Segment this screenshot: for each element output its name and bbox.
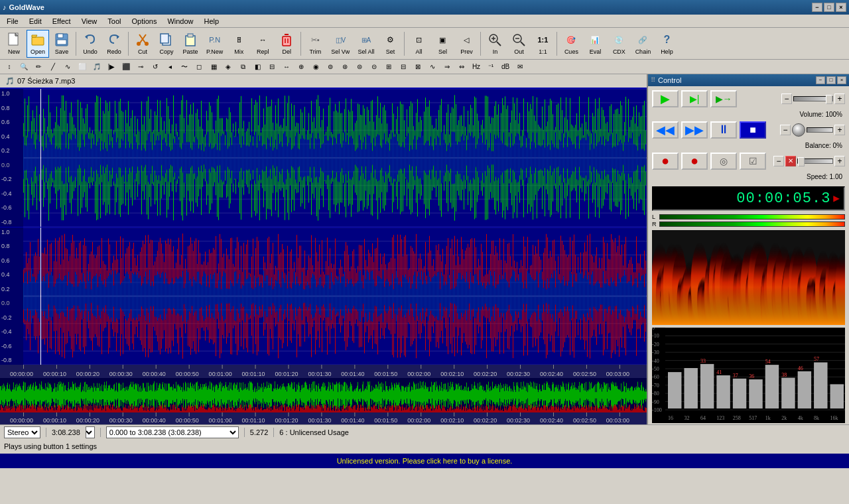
tool-h4[interactable]: ⧉ xyxy=(236,61,249,73)
menu-view[interactable]: View xyxy=(76,16,103,27)
redo-button[interactable]: Redo xyxy=(103,30,125,58)
tool-wave[interactable]: 〜 xyxy=(178,61,191,73)
volume-track[interactable] xyxy=(793,96,833,101)
control-title-buttons[interactable]: − □ × xyxy=(816,76,846,84)
file-tab[interactable]: 🎵 07 Ścieżka 7.mp3 xyxy=(0,74,647,89)
tool-loop[interactable]: ↺ xyxy=(149,61,162,73)
loop-button[interactable]: ◎ xyxy=(710,153,737,170)
tool-h7[interactable]: ↔ xyxy=(280,61,293,73)
pnew-button[interactable]: P.N P.New xyxy=(203,30,226,58)
tool-h8[interactable]: ⊕ xyxy=(294,61,308,73)
title-bar-controls[interactable]: − □ × xyxy=(812,3,846,12)
tool-h13[interactable]: ⊝ xyxy=(367,61,381,73)
set-button[interactable]: ⚙ Set xyxy=(379,30,401,58)
all-button[interactable]: ⊡ All xyxy=(407,30,430,58)
record2-button[interactable]: ● xyxy=(681,153,708,170)
tool-h23[interactable]: ✉ xyxy=(513,61,527,73)
stop-button[interactable]: ■ xyxy=(740,121,766,139)
copy-button[interactable]: Copy xyxy=(155,30,178,58)
play-to-end-button[interactable]: ▶| xyxy=(681,90,708,107)
tool-h17[interactable]: ∿ xyxy=(426,61,439,73)
tool-h15[interactable]: ⊟ xyxy=(397,61,410,73)
new-button[interactable]: New xyxy=(3,30,25,58)
selection-select[interactable]: 0.000 to 3:08.238 (3:08.238) xyxy=(106,426,239,438)
speed-minus[interactable]: − xyxy=(773,156,784,166)
tool-h18[interactable]: ⇒ xyxy=(440,61,454,73)
rewind-button[interactable]: ◀◀ xyxy=(652,121,679,139)
cut-button[interactable]: Cut xyxy=(131,30,154,58)
tool-h20[interactable]: Hz xyxy=(470,61,483,73)
tool-snap[interactable]: ⊸ xyxy=(134,61,147,73)
tool-curve[interactable]: ∿ xyxy=(61,61,74,73)
trim-button[interactable]: ✂▪ Trim xyxy=(304,30,326,58)
menu-help[interactable]: Help xyxy=(199,16,225,27)
sel-button[interactable]: ▣ Sel xyxy=(431,30,454,58)
cues-button[interactable]: 🎯 Cues xyxy=(560,30,582,58)
control-close[interactable]: × xyxy=(837,76,846,84)
paste-button[interactable]: Paste xyxy=(179,30,202,58)
balance-plus[interactable]: + xyxy=(834,125,845,135)
tool-h22[interactable]: dB xyxy=(499,61,512,73)
volume-plus[interactable]: + xyxy=(834,94,845,104)
control-maximize[interactable]: □ xyxy=(826,76,836,84)
channel-green[interactable]: 1.0 0.8 0.6 0.4 0.2 0.0 -0.2 -0.4 -0.6 -… xyxy=(0,89,647,227)
zoom-in-button[interactable]: In xyxy=(484,30,506,58)
play-selection-button[interactable]: ▶→ xyxy=(710,90,737,107)
open-button[interactable]: Open xyxy=(27,30,49,58)
menu-options[interactable]: Options xyxy=(126,16,162,27)
menu-window[interactable]: Window xyxy=(162,16,198,27)
prev-button[interactable]: ◁ Prev xyxy=(455,30,478,58)
chain-button[interactable]: 🔗 Chain xyxy=(631,30,654,58)
tool-h2[interactable]: ▦ xyxy=(207,61,220,73)
save-button[interactable]: Save xyxy=(50,30,73,58)
tool-h5[interactable]: ◧ xyxy=(251,61,264,73)
channel-select[interactable]: Stereo xyxy=(4,426,40,438)
tool-h11[interactable]: ⊛ xyxy=(338,61,352,73)
close-button[interactable]: × xyxy=(836,3,846,12)
menu-file[interactable]: File xyxy=(1,16,24,27)
menu-effect[interactable]: Effect xyxy=(47,16,76,27)
undo-button[interactable]: Undo xyxy=(79,30,101,58)
zoom-out-button[interactable]: Out xyxy=(507,30,530,58)
tool-line[interactable]: ╱ xyxy=(46,61,60,73)
volume-minus[interactable]: − xyxy=(781,94,792,104)
selvw-button[interactable]: ◫V Sel Vw xyxy=(328,30,353,58)
channel-red[interactable]: 1.0 0.8 0.6 0.4 0.2 0.0 -0.2 -0.4 -0.6 -… xyxy=(0,227,647,365)
play-button[interactable]: ▶ xyxy=(652,90,679,107)
tool-erase[interactable]: ⬜ xyxy=(76,61,89,73)
menu-tool[interactable]: Tool xyxy=(102,16,126,27)
balance-track[interactable] xyxy=(807,127,833,133)
tool-note[interactable]: 🎵 xyxy=(90,61,103,73)
tool-h9[interactable]: ◉ xyxy=(309,61,322,73)
duration-select[interactable] xyxy=(86,426,95,438)
overview[interactable] xyxy=(0,378,647,412)
menu-edit[interactable]: Edit xyxy=(24,16,47,27)
tool-h3[interactable]: ◈ xyxy=(222,61,235,73)
maximize-button[interactable]: □ xyxy=(824,3,834,12)
license-message[interactable]: Unlicensed version. Please click here to… xyxy=(337,457,513,465)
del-button[interactable]: Del xyxy=(275,30,298,58)
tool-h21[interactable]: ⁻¹ xyxy=(484,61,497,73)
repl-button[interactable]: ↔ Repl xyxy=(251,30,274,58)
balance-minus[interactable]: − xyxy=(780,125,791,135)
tool-mark[interactable]: ◂ xyxy=(163,61,176,73)
bottom-bar[interactable]: Unlicensed version. Please click here to… xyxy=(0,454,849,468)
tool-h10[interactable]: ⊚ xyxy=(324,61,337,73)
tool-cue[interactable]: |▶ xyxy=(105,61,118,73)
pause-button[interactable]: ⏸ xyxy=(710,121,737,139)
record-button[interactable]: ● xyxy=(652,153,679,170)
control-minimize[interactable]: − xyxy=(816,76,825,84)
balance-knob[interactable] xyxy=(792,123,805,137)
red-waveform[interactable] xyxy=(23,227,647,365)
help-button[interactable]: ? Help xyxy=(655,30,678,58)
tool-pencil[interactable]: ✏ xyxy=(32,61,45,73)
tool-h14[interactable]: ⊞ xyxy=(382,61,395,73)
tool-h12[interactable]: ⊜ xyxy=(353,61,366,73)
tool-select[interactable]: ↕ xyxy=(3,61,16,73)
green-waveform[interactable] xyxy=(23,89,647,227)
minimize-button[interactable]: − xyxy=(812,3,822,12)
tool-zoom[interactable]: 🔍 xyxy=(17,61,31,73)
tool-h1[interactable]: ◻ xyxy=(192,61,206,73)
speed-x-btn[interactable]: ✕ xyxy=(785,156,796,166)
tool-region[interactable]: ⬛ xyxy=(119,61,133,73)
